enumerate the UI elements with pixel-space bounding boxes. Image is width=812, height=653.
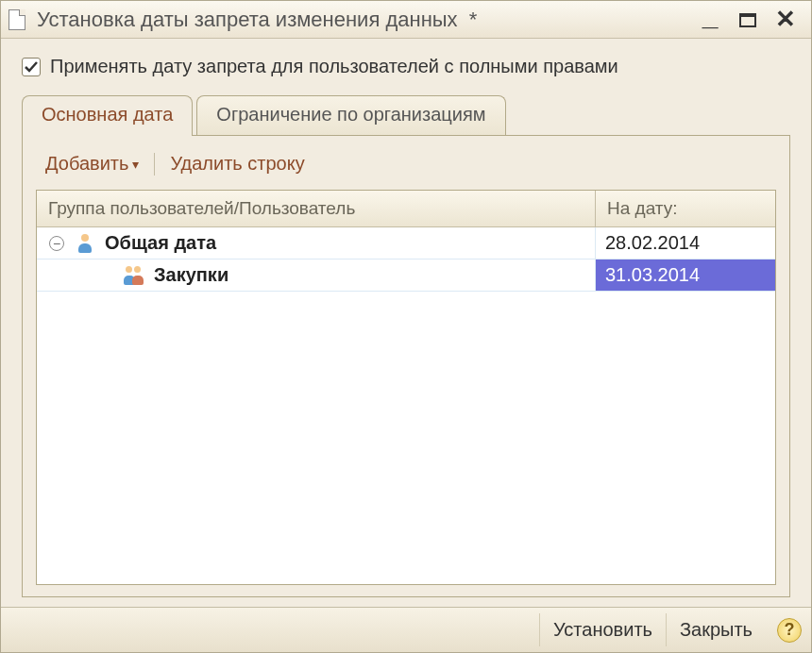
content-area: Применять дату запрета для пользователей… xyxy=(1,39,811,607)
table-row[interactable]: Закупки 31.03.2014 xyxy=(37,260,775,292)
apply-fullrights-row: Применять дату запрета для пользователей… xyxy=(22,56,790,77)
footer: Установить Закрыть ? xyxy=(1,607,811,652)
tab-org-restriction[interactable]: Ограничение по организациям xyxy=(196,95,505,135)
collapse-icon[interactable]: − xyxy=(49,236,64,251)
tabs: Основная дата Ограничение по организация… xyxy=(22,94,790,135)
chevron-down-icon: ▾ xyxy=(132,157,139,172)
add-button[interactable]: Добавить▾ xyxy=(42,151,143,176)
apply-button[interactable]: Установить xyxy=(539,613,666,646)
delete-row-button[interactable]: Удалить строку xyxy=(166,151,308,176)
toolbar-separator xyxy=(154,153,155,176)
data-grid: Группа пользователей/Пользователь На дат… xyxy=(36,190,776,585)
apply-fullrights-label: Применять дату запрета для пользователей… xyxy=(50,56,618,77)
minimize-button[interactable]: _ xyxy=(692,5,728,35)
svg-rect-1 xyxy=(740,14,755,17)
cell-date[interactable]: 28.02.2014 xyxy=(596,227,775,259)
tab-panel: Добавить▾ Удалить строку Группа пользова… xyxy=(22,135,790,597)
titlebar: Установка даты запрета изменения данных … xyxy=(1,1,811,39)
cell-label: Закупки xyxy=(37,260,596,291)
document-icon xyxy=(8,9,25,30)
toolbar: Добавить▾ Удалить строку xyxy=(36,147,776,180)
column-user-group[interactable]: Группа пользователей/Пользователь xyxy=(37,191,596,226)
apply-fullrights-checkbox[interactable] xyxy=(22,58,41,76)
cell-date[interactable]: 31.03.2014 xyxy=(596,260,775,291)
users-icon xyxy=(124,266,144,285)
maximize-button[interactable] xyxy=(730,5,766,35)
main-window: Установка даты запрета изменения данных … xyxy=(0,0,812,653)
cell-label: − Общая дата xyxy=(37,227,596,259)
window-title: Установка даты запрета изменения данных … xyxy=(37,8,690,32)
close-button[interactable]: ✕ xyxy=(768,5,804,35)
grid-body: − Общая дата 28.02.2014 xyxy=(37,227,775,584)
close-footer-button[interactable]: Закрыть xyxy=(666,613,766,646)
grid-header: Группа пользователей/Пользователь На дат… xyxy=(37,191,775,227)
user-icon xyxy=(76,234,95,253)
help-button[interactable]: ? xyxy=(777,618,802,643)
table-row[interactable]: − Общая дата 28.02.2014 xyxy=(37,227,775,260)
tab-main-date[interactable]: Основная дата xyxy=(22,95,193,136)
column-date[interactable]: На дату: xyxy=(596,191,775,226)
